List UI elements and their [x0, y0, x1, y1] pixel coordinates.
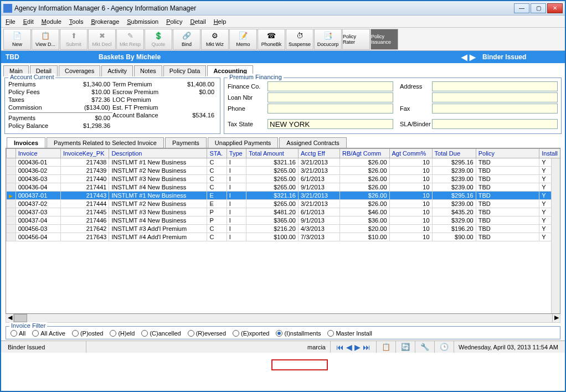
subtab-payments-related-to-selected-invoice[interactable]: Payments Related to Selected Invoice: [47, 137, 164, 148]
tax-state-input[interactable]: [267, 119, 393, 129]
menu-policy[interactable]: Policy: [166, 18, 182, 25]
col-header[interactable]: Total Amount: [246, 149, 299, 158]
filter--c-ancelled[interactable]: (C)ancelled: [141, 330, 181, 337]
clock-icon: 🕒: [439, 343, 449, 351]
col-header[interactable]: Acctg Eff: [298, 149, 339, 158]
toolbar-bind[interactable]: 🔗Bind: [173, 29, 200, 50]
filter--r-eversed[interactable]: (R)eversed: [188, 330, 226, 337]
nav-prev-icon[interactable]: ◀: [461, 53, 467, 61]
toolbar-docucorp[interactable]: 📑Docucorp: [314, 29, 342, 50]
refresh-icon: 🔄: [400, 343, 410, 351]
menu-submission[interactable]: Submission: [127, 18, 158, 25]
maximize-button[interactable]: ▢: [531, 3, 546, 13]
minimize-button[interactable]: —: [514, 3, 529, 13]
table-row[interactable]: 000456-03217642INSTLMT #3 Add'l PremiumC…: [7, 225, 561, 233]
table-row[interactable]: 000436-02217439INSTLMT #2 New BusinessCI…: [7, 167, 561, 175]
col-header[interactable]: Description: [109, 149, 207, 158]
address2-input[interactable]: [432, 92, 558, 102]
acct-row: Taxes$72.36: [8, 96, 112, 104]
nav-next-icon[interactable]: ▶: [470, 53, 476, 61]
nav-first-icon: ⏮: [335, 343, 345, 352]
status-bar: Binder Issued marcia ⏮◀▶⏭ 📋 🔄 🔧 🕒 Wednes…: [1, 341, 565, 353]
toolbar-phonebk[interactable]: ☎PhoneBk: [258, 29, 285, 50]
acct-row: Premiums$1,340.00: [8, 80, 112, 88]
loan-nbr-input[interactable]: [267, 92, 393, 102]
tool-icon: 🔧: [420, 343, 430, 351]
premium-financing-group: Premium Financing Finance Co. Address Lo…: [224, 78, 562, 134]
subtab-payments[interactable]: Payments: [165, 137, 207, 148]
highlight-annotation: [271, 359, 328, 370]
filter--e-xported[interactable]: (E)xported: [233, 330, 269, 337]
tab-coverages[interactable]: Coverages: [59, 65, 100, 76]
table-row[interactable]: 000437-04217446INSTLMT #4 New BusinessPI…: [7, 216, 561, 225]
menu-detail[interactable]: Detail: [191, 18, 206, 25]
col-header[interactable]: RB/Agt Comm: [339, 149, 389, 158]
toolbar-policy-rater[interactable]: Policy Rater: [342, 29, 370, 50]
account-current-group: Account Current Premiums$1,340.00Policy …: [4, 78, 220, 134]
table-row[interactable]: 000437-03217445INSTLMT #3 New BusinessPI…: [7, 208, 561, 216]
table-row[interactable]: 000436-01217438INSTLMT #1 New BusinessCI…: [7, 158, 561, 167]
table-row[interactable]: 000437-02217444INSTLMT #2 New BusinessEI…: [7, 200, 561, 208]
tab-activity[interactable]: Activity: [101, 65, 133, 76]
col-header[interactable]: Total Due: [432, 149, 476, 158]
context-client: Baskets By Michele: [94, 53, 458, 61]
col-header[interactable]: STA.: [207, 149, 227, 158]
tax-state-label: Tax State: [228, 121, 267, 127]
tab-notes[interactable]: Notes: [134, 65, 162, 76]
menu-module[interactable]: Module: [42, 18, 61, 25]
table-row[interactable]: 000437-01217443INSTLMT #1 New BusinessEI…: [7, 192, 561, 200]
loan-nbr-label: Loan Nbr: [228, 94, 267, 101]
tab-policy-data[interactable]: Policy Data: [163, 65, 207, 76]
record-nav[interactable]: ⏮◀▶⏭: [331, 341, 377, 353]
acct-row: Account Balance$534.16: [112, 111, 217, 119]
account-current-legend: Account Current: [8, 74, 55, 80]
address-input[interactable]: [432, 81, 558, 91]
col-header[interactable]: Policy: [476, 149, 539, 158]
acct-row: Escrow Premium$0.00: [112, 88, 217, 96]
col-header[interactable]: Agt Comm%: [389, 149, 432, 158]
sla-binder-input[interactable]: [432, 119, 558, 129]
col-header[interactable]: Install: [539, 149, 560, 158]
phone-input[interactable]: [267, 104, 393, 114]
filter-all[interactable]: All: [11, 330, 25, 337]
subtab-assigned-contracts[interactable]: Assigned Contracts: [279, 137, 346, 148]
phone-label: Phone: [228, 105, 267, 112]
subtab-invoices[interactable]: Invoices: [7, 137, 45, 148]
menu-edit[interactable]: Edit: [23, 18, 34, 25]
context-bar: TBD Baskets By Michele ◀ ▶ Binder Issued: [1, 51, 565, 63]
filter-all-active[interactable]: All Active: [32, 330, 65, 337]
calendar-icon: 📋: [381, 343, 391, 351]
table-row[interactable]: 000456-04217643INSTLMT #4 Add'l PremiumC…: [7, 233, 561, 241]
subtab-unapplied-payments[interactable]: Unapplied Payments: [208, 137, 279, 148]
title-bar: Agency Information Manager 6 - Agency In…: [1, 1, 565, 16]
menu-brokerage[interactable]: Brokerage: [91, 18, 120, 25]
filter--p-osted[interactable]: (P)osted: [72, 330, 104, 337]
toolbar-mkt-wiz[interactable]: ⚙Mkt Wiz: [201, 29, 229, 50]
col-header[interactable]: Type: [227, 149, 246, 158]
filter-master-install[interactable]: Master Install: [327, 330, 372, 337]
vertical-scrollbar[interactable]: [551, 158, 560, 313]
menu-tools[interactable]: Tools: [69, 18, 84, 25]
close-button[interactable]: ✕: [547, 3, 563, 13]
table-row[interactable]: 000436-03217440INSTLMT #3 New BusinessCI…: [7, 175, 561, 183]
toolbar-new[interactable]: 📄New: [3, 29, 31, 50]
acct-row: Est. FT Premium: [112, 104, 217, 111]
table-row[interactable]: 000436-04217441INSTLMT #4 New BusinessCI…: [7, 183, 561, 192]
filter--i-nstallments[interactable]: (I)nstallments: [276, 330, 321, 337]
horizontal-scrollbar[interactable]: ◀ ▶: [6, 314, 560, 323]
toolbar-view-d-[interactable]: 📋View D...: [32, 29, 59, 50]
acct-row: Payments$0.00: [8, 114, 112, 122]
fax-input[interactable]: [432, 104, 558, 114]
filter--h-eld[interactable]: (H)eld: [110, 330, 135, 337]
acct-row: Commission($134.00): [8, 104, 112, 111]
menu-file[interactable]: File: [6, 18, 16, 25]
context-code: TBD: [1, 53, 94, 61]
invoice-grid[interactable]: InvoiceInvoiceKey_PKDescriptionSTA.TypeT…: [6, 148, 560, 314]
toolbar-suspense[interactable]: ⏱Suspense: [286, 29, 313, 50]
col-header[interactable]: InvoiceKey_PK: [60, 149, 109, 158]
menu-help[interactable]: Help: [214, 18, 227, 25]
toolbar-policy-issuance[interactable]: Policy Issuance: [371, 29, 398, 50]
finance-co-input[interactable]: [267, 81, 393, 91]
toolbar-memo[interactable]: 📝Memo: [229, 29, 257, 50]
col-header[interactable]: Invoice: [16, 149, 60, 158]
